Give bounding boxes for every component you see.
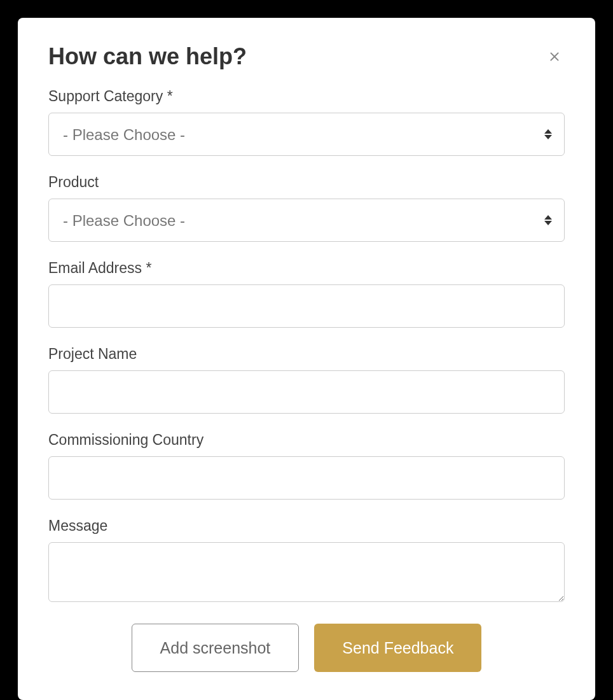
email-group: Email Address * — [48, 260, 565, 328]
product-label: Product — [48, 174, 565, 191]
country-label: Commissioning Country — [48, 431, 565, 449]
project-name-field[interactable] — [48, 370, 565, 414]
modal-title: How can we help? — [48, 43, 247, 70]
project-name-group: Project Name — [48, 346, 565, 414]
support-category-select-wrap: - Please Choose - — [48, 113, 565, 156]
support-category-select[interactable]: - Please Choose - — [48, 113, 565, 156]
message-label: Message — [48, 517, 565, 535]
product-select-wrap: - Please Choose - — [48, 199, 565, 242]
support-category-group: Support Category * - Please Choose - — [48, 88, 565, 156]
button-row: Add screenshot Send Feedback — [48, 624, 565, 672]
modal-header: How can we help? — [48, 43, 565, 70]
email-field[interactable] — [48, 284, 565, 328]
email-label: Email Address * — [48, 260, 565, 277]
project-name-label: Project Name — [48, 346, 565, 363]
support-category-label: Support Category * — [48, 88, 565, 105]
send-feedback-button[interactable]: Send Feedback — [314, 624, 481, 672]
close-icon — [547, 49, 562, 64]
product-select[interactable]: - Please Choose - — [48, 199, 565, 242]
close-button[interactable] — [544, 46, 565, 67]
country-group: Commissioning Country — [48, 431, 565, 500]
product-group: Product - Please Choose - — [48, 174, 565, 242]
country-field[interactable] — [48, 456, 565, 500]
message-group: Message — [48, 517, 565, 605]
message-textarea[interactable] — [48, 542, 565, 602]
add-screenshot-button[interactable]: Add screenshot — [132, 624, 300, 672]
feedback-modal: How can we help? Support Category * - Pl… — [18, 18, 595, 700]
